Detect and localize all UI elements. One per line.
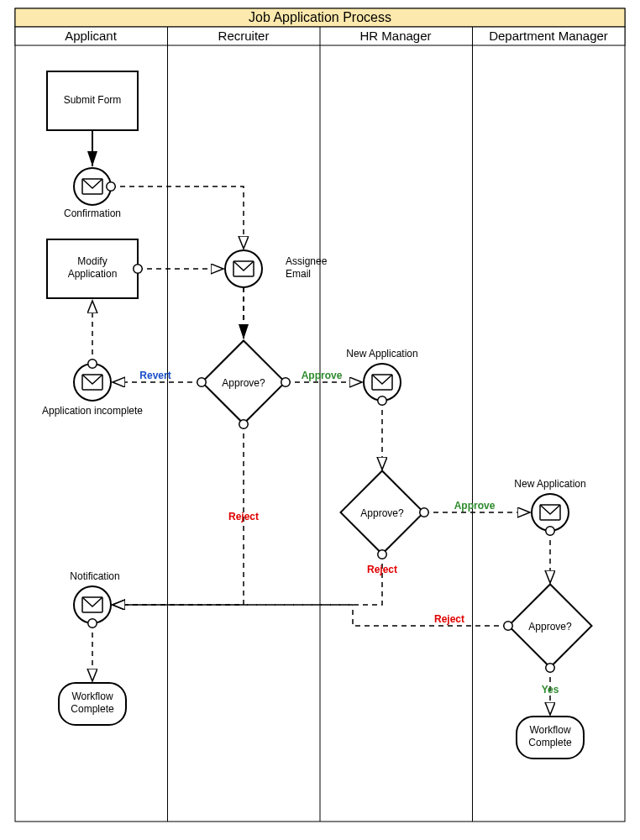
end-workflow-complete-applicant: Workflow Complete: [59, 683, 126, 725]
event-assignee-email: Assignee Email: [225, 250, 328, 287]
task-submit-form-label: Submit Form: [64, 94, 122, 106]
gateway-approve-hr: Approve?: [341, 471, 424, 554]
edge-reject-c-label: Reject: [434, 613, 464, 625]
event-confirmation-label: Confirmation: [64, 207, 121, 219]
lane-label-3: Department Manager: [489, 29, 608, 43]
edge-reject-a: [113, 424, 244, 605]
gateway-approve-recruiter: Approve?: [202, 341, 286, 424]
event-app-incomplete-label: Application incomplete: [42, 405, 143, 417]
event-assignee-email-label1: Assignee: [286, 255, 328, 267]
event-app-incomplete: Application incomplete: [42, 364, 143, 417]
end-workflow-complete-dept-label2: Complete: [528, 737, 572, 748]
diagram-title: Job Application Process: [249, 10, 391, 24]
event-assignee-email-label2: Email: [286, 268, 311, 280]
gateway-approve-hr-label: Approve?: [360, 507, 404, 519]
edge-reject-b-label: Reject: [367, 564, 397, 575]
event-new-app-dept: New Application: [514, 478, 585, 531]
end-workflow-complete-dept: Workflow Complete: [517, 717, 584, 759]
edge-revert-label: Revert: [139, 370, 170, 381]
gateway-approve-dept: Approve?: [509, 585, 592, 668]
event-new-app-hr-label: New Application: [346, 348, 417, 360]
event-new-app-hr: New Application: [346, 348, 417, 401]
edge-reject-b: [113, 554, 382, 605]
end-workflow-complete-applicant-label2: Complete: [71, 703, 114, 715]
end-workflow-complete-applicant-label1: Workflow: [71, 690, 113, 702]
edge-yes-label: Yes: [542, 684, 559, 696]
end-workflow-complete-dept-label1: Workflow: [529, 724, 570, 736]
lane-label-2: HR Manager: [359, 29, 431, 43]
lane-label-0: Applicant: [65, 29, 118, 43]
gateway-approve-dept-label: Approve?: [528, 621, 572, 633]
edge-approve-a-label: Approve: [302, 370, 343, 381]
diagram-canvas: Job Application Process Applicant Recrui…: [0, 0, 640, 840]
lane-label-1: Recruiter: [218, 29, 270, 43]
task-modify-application-label1: Modify: [77, 255, 107, 267]
edge-reject-a-label: Reject: [228, 511, 259, 522]
edge-approve-b-label: Approve: [454, 500, 496, 512]
gateway-approve-recruiter-label: Approve?: [222, 377, 265, 389]
event-notification: Notification: [70, 570, 119, 623]
task-modify-application-label2: Application: [68, 268, 118, 280]
event-notification-label: Notification: [70, 570, 119, 582]
event-confirmation: Confirmation: [64, 168, 121, 219]
event-new-app-dept-label: New Application: [514, 478, 585, 490]
